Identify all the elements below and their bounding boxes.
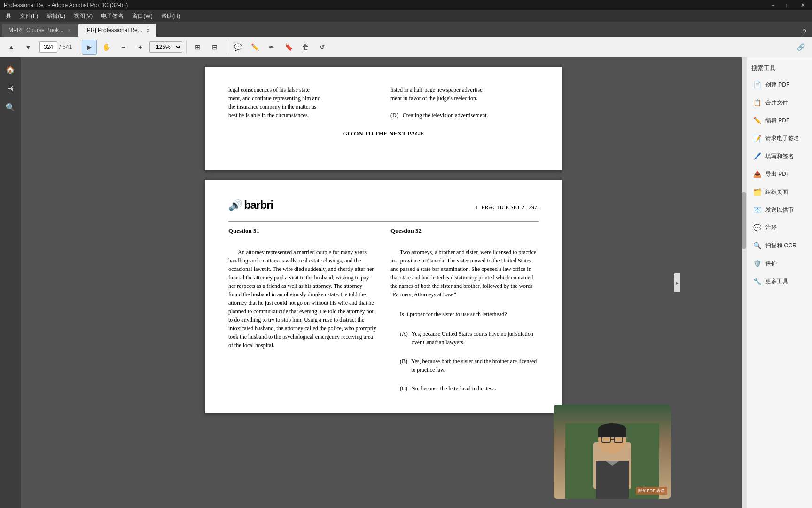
tab-mpre[interactable]: MPRE Course Book... ✕ [2, 24, 78, 37]
grid-tool-button[interactable]: ⊟ [207, 40, 222, 55]
comment-label: 注释 [765, 224, 806, 232]
two-col-content: Question 31 An attorney represented a ma… [228, 226, 539, 395]
q32-option-a-text: Yes, because United States courts have n… [412, 330, 539, 347]
delete-button[interactable]: 🗑 [298, 40, 313, 55]
scrollbar-track[interactable] [742, 57, 746, 508]
tab-pr[interactable]: [PR] Professional Re... ✕ [78, 24, 156, 37]
menu-item-file[interactable]: 文件(F) [16, 11, 42, 21]
close-button[interactable]: ✕ [798, 2, 808, 8]
page1-text3: the insurance company in the matter as [228, 103, 376, 111]
right-sidebar: 搜索工具 📄 创建 PDF 📋 合并文件 ✏️ 编辑 PDF 📝 请求电子签名 … [746, 57, 812, 508]
create-pdf-label: 创建 PDF [765, 81, 806, 89]
highlight-button[interactable]: ✒ [264, 40, 279, 55]
main-area: 🏠 🖨 🔍 legal consequences of his false st… [0, 57, 812, 508]
menu-item-window[interactable]: 窗口(W) [128, 11, 156, 21]
tab-mpre-label: MPRE Course Book... [8, 27, 63, 33]
collapse-sidebar-button[interactable]: ► [674, 273, 680, 292]
minimize-button[interactable]: − [769, 2, 778, 8]
edit-pdf-label: 编辑 PDF [765, 117, 806, 125]
organize-pages-label: 组织页面 [765, 188, 806, 196]
maximize-button[interactable]: □ [783, 2, 792, 8]
menu-item-sign[interactable]: 电子签名 [97, 11, 127, 21]
sidebar-organize-pages[interactable]: 🗂️ 组织页面 [750, 183, 809, 200]
menu-item-tools[interactable]: 具 [2, 11, 15, 21]
merge-files-label: 合并文件 [765, 99, 806, 107]
video-watermark: 限免PDF 表单 [636, 487, 667, 495]
help-icon[interactable]: ? [802, 28, 806, 37]
video-overlay: 限免PDF 表单 [554, 405, 671, 499]
q32-header: Question 32 [390, 226, 539, 236]
zoom-in-button[interactable]: + [133, 40, 148, 55]
left-print-button[interactable]: 🖨 [2, 80, 19, 97]
sidebar-merge-files[interactable]: 📋 合并文件 [750, 94, 809, 111]
sidebar-fill-sign[interactable]: 🖊️ 填写和签名 [750, 148, 809, 165]
marquee-tool-button[interactable]: ⊞ [190, 40, 205, 55]
q31-header: Question 31 [228, 226, 376, 236]
fill-sign-label: 填写和签名 [765, 152, 806, 160]
select-tool-button[interactable]: ▶ [82, 40, 97, 55]
merge-files-icon: 📋 [752, 98, 762, 107]
tab-pr-close[interactable]: ✕ [146, 28, 150, 33]
send-review-label: 发送以供审 [765, 206, 806, 214]
stamp-button[interactable]: 🔖 [281, 40, 296, 55]
sidebar-create-pdf[interactable]: 📄 创建 PDF [750, 76, 809, 93]
scrollbar-thumb[interactable] [742, 192, 746, 249]
protect-label: 保护 [765, 260, 806, 268]
comment-icon: 💬 [752, 223, 762, 232]
go-on-text: GO ON TO THE NEXT PAGE [228, 129, 539, 138]
page1-text2: ment, and continue representing him and [228, 94, 376, 103]
barbri-logo: 🔊 barbri [228, 198, 273, 212]
sidebar-send-review[interactable]: 📧 发送以供审 [750, 201, 809, 218]
app-title: Professional Re . - Adobe Acrobat Pro DC… [4, 2, 128, 8]
title-bar-left: Professional Re . - Adobe Acrobat Pro DC… [4, 2, 128, 8]
title-bar-controls[interactable]: − □ ✕ [769, 2, 808, 8]
sidebar-more-tools[interactable]: 🔧 更多工具 [750, 273, 809, 290]
menu-item-view[interactable]: 视图(V) [70, 11, 96, 21]
next-page-button[interactable]: ▼ [21, 40, 36, 55]
pen-button[interactable]: ✏️ [247, 40, 262, 55]
sidebar-scan-ocr[interactable]: 🔍 扫描和 OCR [750, 237, 809, 254]
sidebar-protect[interactable]: 🛡️ 保护 [750, 255, 809, 272]
page-number-input[interactable] [39, 41, 57, 53]
q32-option-c: (C) No, because the letterhead indicates… [400, 384, 539, 393]
page1-text4: best he is able in the circumstances. [228, 111, 376, 119]
tab-mpre-close[interactable]: ✕ [67, 28, 71, 33]
page1-text1: legal consequences of his false state- [228, 86, 376, 94]
right-column: Question 32 Two attorneys, a brother and… [390, 226, 539, 395]
rotate-button[interactable]: ↺ [315, 40, 330, 55]
q32-option-c-text: No, because the letterhead indicates... [411, 384, 496, 393]
scan-ocr-icon: 🔍 [752, 241, 762, 250]
q32-option-b: (B) Yes, because both the sister and the… [400, 357, 539, 374]
pdf-page-1: legal consequences of his false state- m… [205, 67, 562, 170]
hand-tool-button[interactable]: ✋ [99, 40, 114, 55]
send-review-icon: 📧 [752, 205, 762, 214]
zoom-out-button[interactable]: − [116, 40, 131, 55]
zoom-select[interactable]: 125% 100% 150% 75% [149, 41, 182, 53]
export-pdf-label: 导出 PDF [765, 170, 806, 178]
prev-page-button[interactable]: ▲ [4, 40, 19, 55]
sidebar-comment[interactable]: 💬 注释 [750, 219, 809, 236]
q32-option-c-label: (C) [400, 384, 407, 393]
menu-item-edit[interactable]: 编辑(E) [43, 11, 69, 21]
edit-pdf-icon: ✏️ [752, 116, 762, 125]
comment-button[interactable]: 💬 [230, 40, 245, 55]
total-pages: 541 [62, 44, 72, 50]
sidebar-request-sign[interactable]: 📝 请求电子签名 [750, 130, 809, 147]
page-separator: / [59, 44, 61, 50]
page1-right-text1: listed in a half-page newspaper advertis… [390, 86, 539, 94]
q31-body: An attorney represented a married couple… [228, 248, 376, 349]
page2-header: 🔊 barbri I PRACTICE SET 2 297. [228, 198, 539, 216]
q32-option-b-text: Yes, because both the sister and the bro… [411, 357, 539, 374]
video-person [554, 405, 671, 499]
request-sign-label: 请求电子签名 [765, 135, 806, 143]
sidebar-export-pdf[interactable]: 📤 导出 PDF [750, 166, 809, 183]
organize-pages-icon: 🗂️ [752, 187, 762, 197]
menu-item-help[interactable]: 帮助(H) [157, 11, 184, 21]
link-button[interactable]: 🔗 [793, 40, 808, 55]
sidebar-edit-pdf[interactable]: ✏️ 编辑 PDF [750, 112, 809, 129]
q32-body: Two attorneys, a brother and sister, wer… [390, 248, 539, 393]
separator-1 [78, 40, 78, 54]
left-home-button[interactable]: 🏠 [2, 61, 19, 78]
tab-pr-label: [PR] Professional Re... [85, 27, 142, 33]
left-search-button[interactable]: 🔍 [2, 99, 19, 116]
